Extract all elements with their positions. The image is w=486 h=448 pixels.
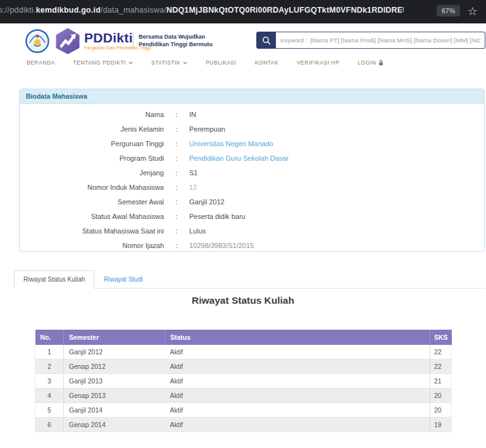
biodata-panel-body: Nama : IN Jenis Kelamin : Perempuan Perg…: [20, 104, 484, 252]
field-row-nomor-ijazah: Nomor Ijazah : 10298/3983/S1/2015: [20, 238, 484, 252]
field-row-jenis-kelamin: Jenis Kelamin : Perempuan: [20, 121, 484, 136]
program-studi-link[interactable]: Pendidikan Guru Sekolah Dasar: [189, 154, 484, 162]
table-row: 6 Genap 2014 Aktif 19: [35, 418, 452, 432]
table-row: 3 Ganjil 2013 Aktif 21: [35, 374, 452, 389]
field-colon: :: [164, 213, 189, 220]
nav-label: KONTAK: [255, 59, 278, 66]
bookmark-star-icon[interactable]: ☆: [468, 3, 478, 20]
cell-status: Aktif: [165, 345, 430, 359]
riwayat-status-table: No. Semester Status SKS 1 Ganjil 2012 Ak…: [35, 330, 452, 432]
pddikti-logo[interactable]: [54, 28, 81, 54]
nav-item-statistik[interactable]: STATISTIK: [151, 59, 187, 66]
url-path: /data_mahasiswa/: [101, 6, 166, 15]
field-label: Jenjang: [20, 169, 164, 177]
url-prefix: s://pddikti.: [0, 6, 36, 15]
table-row: 1 Ganjil 2012 Aktif 22: [35, 345, 452, 359]
cell-sks: 20: [430, 389, 452, 403]
nav-item-beranda[interactable]: BERANDA: [27, 59, 55, 66]
nav-label: BERANDA: [27, 59, 55, 66]
section-title: Riwayat Status Kuliah: [0, 295, 486, 306]
field-colon: :: [164, 198, 189, 206]
field-value: 12: [189, 184, 484, 191]
tab-riwayat-studi[interactable]: Riwayat Studi: [94, 270, 152, 289]
url-token: NDQ1MjJBNkQtOTQ0Ri00RDAyLUFGQTktM0VFNDk1…: [166, 6, 404, 15]
browser-address-bar[interactable]: s://pddikti.kemdikbud.go.id/data_mahasis…: [0, 0, 486, 23]
field-colon: :: [164, 227, 189, 235]
table-row: 2 Genap 2012 Aktif 22: [35, 359, 452, 374]
brand-tagline: Bersama Data Wujudkan Pendidikan Tinggi …: [139, 34, 213, 48]
field-row-status-awal: Status Awal Mahasiswa : Peserta didik ba…: [20, 209, 484, 223]
search-input[interactable]: [276, 32, 485, 49]
field-value: Ganjil 2012: [189, 198, 484, 206]
nav-label: STATISTIK: [151, 59, 180, 66]
nav-item-publikasi[interactable]: PUBLIKASI: [206, 59, 236, 66]
cell-no: 5: [35, 403, 64, 418]
cell-no: 4: [35, 389, 64, 403]
cell-no: 3: [35, 374, 64, 389]
field-row-semester-awal: Semester Awal : Ganjil 2012: [20, 194, 484, 209]
search-button[interactable]: [256, 32, 276, 49]
field-value: Lulus: [189, 227, 484, 235]
cell-status: Aktif: [165, 418, 430, 432]
chevron-down-icon: [183, 61, 187, 65]
table-header-row: No. Semester Status SKS: [35, 330, 452, 345]
tab-riwayat-status-kuliah[interactable]: Riwayat Status Kuliah: [14, 270, 94, 289]
field-colon: :: [164, 140, 189, 147]
field-label: Nama: [20, 111, 164, 118]
field-row-status-saat-ini: Status Mahasiswa Saat ini : Lulus: [20, 223, 484, 238]
field-colon: :: [164, 125, 189, 133]
cell-semester: Ganjil 2013: [64, 374, 165, 389]
field-label: Status Awal Mahasiswa: [20, 213, 164, 220]
search-icon: [262, 36, 271, 45]
nav-item-kontak[interactable]: KONTAK: [255, 59, 278, 66]
cell-status: Aktif: [165, 403, 430, 418]
field-colon: :: [164, 169, 189, 177]
url-domain: kemdikbud.go.id: [36, 6, 101, 15]
field-label: Program Studi: [20, 154, 164, 162]
field-colon: :: [164, 184, 189, 191]
cell-sks: 20: [430, 403, 452, 418]
cell-status: Aktif: [165, 389, 430, 403]
table-row: 5 Ganjil 2014 Aktif 20: [35, 403, 452, 418]
col-header-semester: Semester: [64, 330, 165, 345]
brand-divider: [133, 32, 134, 49]
cell-no: 2: [35, 359, 64, 374]
cell-sks: 19: [430, 418, 452, 432]
field-colon: :: [164, 154, 189, 162]
field-row-program-studi: Program Studi : Pendidikan Guru Sekolah …: [20, 151, 484, 165]
nav-item-login[interactable]: LOGIN: [358, 59, 383, 66]
cell-no: 1: [35, 345, 64, 359]
col-header-no: No.: [35, 330, 64, 345]
field-label: Jenis Kelamin: [20, 125, 164, 133]
field-value: S1: [189, 169, 484, 177]
nav-label: PUBLIKASI: [206, 59, 236, 66]
nav-label: TENTANG PDDIKTI: [73, 59, 126, 66]
nav-item-tentang-pddikti[interactable]: TENTANG PDDIKTI: [73, 59, 133, 66]
tagline-line-1: Bersama Data Wujudkan: [139, 34, 213, 41]
cell-sks: 22: [430, 345, 452, 359]
field-row-nama: Nama : IN: [20, 107, 484, 121]
nav-label: LOGIN: [358, 59, 376, 66]
biodata-panel: Biodata Mahasiswa Nama : IN Jenis Kelami…: [19, 89, 485, 252]
cell-sks: 22: [430, 359, 452, 374]
field-label: Nomor Ijazah: [20, 242, 164, 249]
chevron-down-icon: [128, 61, 133, 65]
field-label: Nomor Induk Mahasiswa: [20, 184, 164, 191]
field-value: Perempuan: [189, 125, 484, 133]
field-value: 10298/3983/S1/2015: [189, 242, 484, 249]
cell-semester: Genap 2012: [64, 359, 165, 374]
cell-semester: Genap 2014: [64, 418, 165, 432]
cell-semester: Genap 2013: [64, 389, 165, 403]
lock-icon: [378, 59, 383, 66]
col-header-sks: SKS: [430, 330, 452, 345]
perguruan-tinggi-link[interactable]: Universitas Negeri Manado: [189, 140, 484, 147]
global-search: [256, 32, 485, 49]
field-colon: :: [164, 242, 189, 249]
field-label: Perguruan Tinggi: [20, 140, 164, 147]
biodata-panel-title: Biodata Mahasiswa: [20, 89, 484, 104]
cell-semester: Ganjil 2014: [64, 403, 165, 418]
cell-sks: 21: [430, 374, 452, 389]
nav-item-verifikasi-hp[interactable]: VERIFIKASI HP: [297, 59, 339, 66]
zoom-level-badge[interactable]: 67%: [437, 5, 460, 16]
url-text[interactable]: s://pddikti.kemdikbud.go.id/data_mahasis…: [0, 6, 404, 15]
